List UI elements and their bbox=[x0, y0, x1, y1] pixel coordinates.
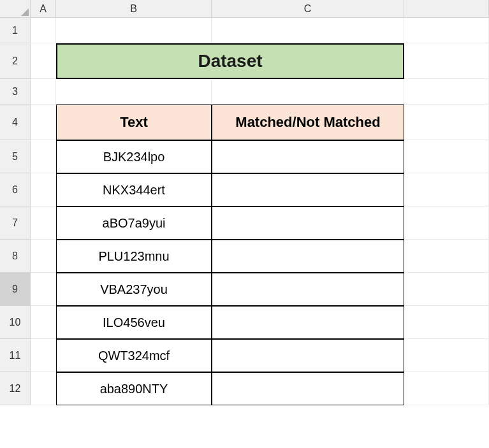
cell-A6[interactable] bbox=[31, 173, 56, 206]
cell-blank[interactable] bbox=[404, 339, 489, 372]
row-header-12[interactable]: 12 bbox=[0, 372, 31, 405]
cell-A3[interactable] bbox=[31, 79, 56, 105]
table-row[interactable]: aBO7a9yui bbox=[56, 206, 212, 240]
table-row[interactable]: PLU123mnu bbox=[56, 240, 212, 273]
row-header-4[interactable]: 4 bbox=[0, 105, 31, 140]
cell-A2[interactable] bbox=[31, 43, 56, 79]
cell-A8[interactable] bbox=[31, 240, 56, 273]
spreadsheet-grid: A B C 1 2 3 4 5 6 7 8 9 10 11 12 Dataset… bbox=[0, 0, 489, 405]
col-header-A[interactable]: A bbox=[31, 0, 56, 18]
table-row[interactable] bbox=[212, 240, 404, 273]
cell-B3[interactable] bbox=[56, 79, 212, 105]
cell-C1[interactable] bbox=[212, 18, 404, 43]
cell-blank[interactable] bbox=[404, 140, 489, 173]
cell-A12[interactable] bbox=[31, 372, 56, 405]
row-header-11[interactable]: 11 bbox=[0, 339, 31, 372]
cell-blank[interactable] bbox=[404, 306, 489, 339]
select-all-corner[interactable] bbox=[0, 0, 31, 18]
cell-A9[interactable] bbox=[31, 273, 56, 306]
row-header-8[interactable]: 8 bbox=[0, 240, 31, 273]
col-header-C[interactable]: C bbox=[212, 0, 404, 18]
table-row[interactable]: aba890NTY bbox=[56, 372, 212, 405]
row-header-6[interactable]: 6 bbox=[0, 173, 31, 206]
cell-A7[interactable] bbox=[31, 206, 56, 240]
table-row[interactable]: QWT324mcf bbox=[56, 339, 212, 372]
table-row[interactable]: ILO456veu bbox=[56, 306, 212, 339]
cell-A10[interactable] bbox=[31, 306, 56, 339]
cell-blank[interactable] bbox=[404, 173, 489, 206]
col-header-blank bbox=[404, 0, 489, 18]
cell-blank[interactable] bbox=[404, 79, 489, 105]
table-row[interactable]: VBA237you bbox=[56, 273, 212, 306]
table-row[interactable] bbox=[212, 306, 404, 339]
cell-blank[interactable] bbox=[404, 43, 489, 79]
cell-C3[interactable] bbox=[212, 79, 404, 105]
cell-blank[interactable] bbox=[404, 372, 489, 405]
cell-blank[interactable] bbox=[404, 240, 489, 273]
cell-blank[interactable] bbox=[404, 206, 489, 240]
row-header-5[interactable]: 5 bbox=[0, 140, 31, 173]
cell-A5[interactable] bbox=[31, 140, 56, 173]
cell-A11[interactable] bbox=[31, 339, 56, 372]
cell-blank[interactable] bbox=[404, 273, 489, 306]
col-header-B[interactable]: B bbox=[56, 0, 212, 18]
cell-blank[interactable] bbox=[404, 18, 489, 43]
table-row[interactable]: NKX344ert bbox=[56, 173, 212, 206]
row-header-10[interactable]: 10 bbox=[0, 306, 31, 339]
table-row[interactable] bbox=[212, 173, 404, 206]
cell-A4[interactable] bbox=[31, 105, 56, 140]
cell-B1[interactable] bbox=[56, 18, 212, 43]
table-row[interactable] bbox=[212, 339, 404, 372]
table-row[interactable]: BJK234lpo bbox=[56, 140, 212, 173]
row-header-3[interactable]: 3 bbox=[0, 79, 31, 105]
table-row[interactable] bbox=[212, 140, 404, 173]
table-row[interactable] bbox=[212, 273, 404, 306]
table-row[interactable] bbox=[212, 372, 404, 405]
row-header-9[interactable]: 9 bbox=[0, 273, 31, 306]
table-header-matched[interactable]: Matched/Not Matched bbox=[212, 105, 404, 140]
table-header-text[interactable]: Text bbox=[56, 105, 212, 140]
row-header-2[interactable]: 2 bbox=[0, 43, 31, 79]
table-row[interactable] bbox=[212, 206, 404, 240]
row-header-7[interactable]: 7 bbox=[0, 206, 31, 240]
cell-A1[interactable] bbox=[31, 18, 56, 43]
dataset-title[interactable]: Dataset bbox=[56, 43, 404, 79]
cell-blank[interactable] bbox=[404, 105, 489, 140]
row-header-1[interactable]: 1 bbox=[0, 18, 31, 43]
